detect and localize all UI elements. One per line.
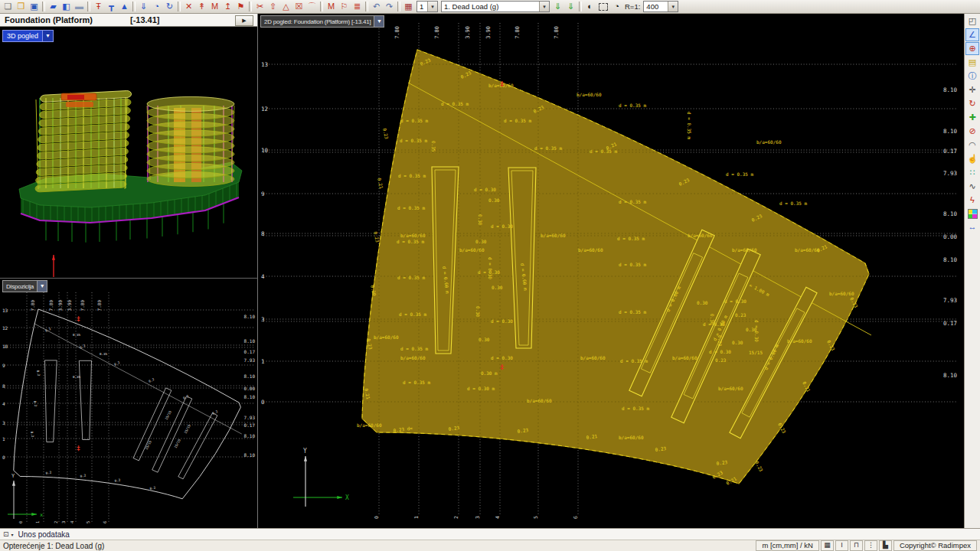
double-break-icon[interactable]: ☒ [292,1,305,13]
new-document-icon[interactable]: ❏ [2,1,15,13]
svg-text:8.10: 8.10 [943,256,958,263]
load-number-spinner[interactable]: 1 ▾ [416,1,438,12]
gable-tool-icon[interactable]: △ [279,1,292,13]
svg-text:d = 0.30: d = 0.30 [478,269,500,275]
undo-icon[interactable]: ↶ [370,1,383,13]
expand-panel-button[interactable]: ▶ [235,15,253,26]
svg-text:b/a=60/60: b/a=60/60 [374,334,399,340]
tables-icon[interactable]: ▦ [402,1,415,13]
section-tool-icon[interactable]: Ŧ [92,1,105,13]
region-solid-icon[interactable]: ▰ [47,1,60,13]
stairs-tool-icon[interactable]: ≣ [351,1,364,13]
svg-text:0.23: 0.23 [715,357,727,363]
raise-node-icon[interactable]: ↟ [195,1,208,13]
point-mesh-icon[interactable]: ∷ [965,166,979,179]
selection-rect-icon[interactable] [599,3,608,11]
svg-text:13: 13 [2,308,8,313]
svg-text:b/a=60/60: b/a=60/60 [541,233,566,238]
svg-text:b/a=60/60: b/a=60/60 [400,355,426,360]
erase-tool-icon[interactable]: ⊘ [965,125,979,138]
break-tool-icon[interactable]: ✕ [182,1,195,13]
save-icon[interactable]: ▣ [28,1,41,13]
region-half-icon[interactable]: ◧ [60,1,73,13]
view-angle-icon[interactable]: ▲ [118,1,131,13]
ruler-icon[interactable]: ▤ [965,56,979,69]
svg-text:d = 0.35 m: d = 0.35 m [504,118,532,123]
chevron-down-icon[interactable]: ▾ [427,2,437,11]
main-view-selector[interactable]: 2D pogled: Foundation (Platform) [-13.41… [260,15,384,28]
2d-main-view-panel[interactable]: d = 0.35 md = 0.35 md = 0.35 md = 0.35 m… [259,14,964,528]
svg-text:0: 0 [261,399,265,406]
chevron-down-icon[interactable]: ▼ [37,281,47,292]
3d-view-panel[interactable]: xy 3D pogled ▼ [0,27,258,278]
3d-view-selector[interactable]: 3D pogled ▼ [2,30,54,42]
svg-text:b/a=60/60: b/a=60/60 [718,386,743,391]
move-tool-icon[interactable]: ✛ [965,83,979,96]
toolbar-separator [42,2,45,11]
region-outline-icon[interactable]: ▬ [73,1,86,13]
guides-toggle[interactable]: ⋮ [864,540,877,551]
left-panel-titlebar: Foundation (Platform) [-13.41] ▶ [0,14,258,27]
angle-tool-icon[interactable]: ∠ [965,28,979,41]
load-case-select[interactable]: 1. Dead Load (g) ▾ [441,1,550,12]
svg-text:3: 3 [475,516,481,519]
svg-text:0.35: 0.35 [73,333,81,337]
svg-text:7.93: 7.93 [943,170,957,177]
svg-text:2: 2 [54,521,58,523]
3d-axis-triad: xy [24,255,87,277]
visible-segment-icon[interactable]: ◔ [610,1,623,13]
chevron-down-icon[interactable]: ▾ [539,2,549,11]
disposition-view-selector[interactable]: Dispozicija ▼ [2,280,47,292]
flag-tool-icon[interactable]: ⚑ [234,1,247,13]
cut-tool-icon[interactable]: ✂ [253,1,266,13]
level-down-icon[interactable]: ⇓ [137,1,150,13]
svg-text:0.00: 0.00 [244,386,256,391]
arc-tool-icon[interactable]: ◠ [965,139,979,152]
flag2-tool-icon[interactable]: ⚐ [338,1,351,13]
svg-text:7.80: 7.80 [434,26,440,39]
2d-main-canvas[interactable]: d = 0.35 md = 0.35 md = 0.35 md = 0.35 m… [259,14,964,528]
polyline-tool-icon[interactable]: ∿ [965,180,979,193]
chevron-down-icon[interactable]: ▼ [374,16,384,27]
disposition-view-panel[interactable]: 0.20.20.20.20.20.215/1515/1515/1515/150.… [0,278,258,528]
redo-icon[interactable]: ↷ [383,1,396,13]
svg-text:d = 0.35 m: d = 0.35 m [400,346,429,351]
extrude-up-icon[interactable]: ⇧ [266,1,279,13]
zoom-window-icon[interactable]: ◰ [965,15,979,28]
snap-grid-toggle[interactable]: ▦ [821,540,834,551]
svg-text:3: 3 [2,420,5,425]
elevation-tool-icon[interactable]: ┳ [105,1,118,13]
quarter-view-icon[interactable]: ◔ [150,1,163,13]
scale-select[interactable]: 400 ▾ [643,1,678,12]
force-tool-icon[interactable]: ϟ [965,194,979,207]
chevron-down-icon[interactable]: ▾ [668,2,678,11]
dimension-tool-icon[interactable]: ↔ [965,220,979,233]
export-load-icon[interactable]: ⇓ [564,1,577,13]
units-indicator[interactable]: m [cm,mm] / kN [756,540,819,551]
svg-text:9: 9 [2,363,5,368]
frame-toggle[interactable]: ⊓ [850,540,863,551]
node-up-icon[interactable]: ↥ [221,1,234,13]
info-icon[interactable]: ⓘ [965,70,979,83]
copy-tool-icon[interactable]: ✚ [965,111,979,124]
disposition-canvas[interactable]: 0.20.20.20.20.20.215/1515/1515/1515/150.… [0,279,257,528]
support-toggle[interactable]: ▙ [879,540,892,551]
3d-view-canvas[interactable]: xy [0,27,257,277]
svg-text:d = 0.30: d = 0.30 [491,318,513,324]
svg-text:x: x [40,512,43,518]
command-mode-icon[interactable]: ⊡ [3,530,9,538]
open-folder-icon[interactable]: ❒ [15,1,28,13]
arch-tool-icon[interactable]: ⌒ [305,1,318,13]
import-load-icon[interactable]: ⇓ [551,1,564,13]
rotate-tool-icon[interactable]: ↻ [965,97,979,110]
pan-tool-icon[interactable]: ☝ [965,152,979,165]
mesh-tool-icon[interactable]: M [208,1,221,13]
beam-toggle[interactable]: I [835,540,848,551]
palette-icon[interactable] [968,209,978,219]
center-snap-icon[interactable]: ⊕ [965,42,979,55]
chevron-down-icon[interactable]: ▼ [42,31,53,41]
mesh2-tool-icon[interactable]: M [325,1,338,13]
rotate-view-icon[interactable]: ↻ [163,1,176,13]
contrast-icon[interactable]: ◐ [583,1,596,13]
chevron-down-icon[interactable]: ▾ [11,532,14,537]
